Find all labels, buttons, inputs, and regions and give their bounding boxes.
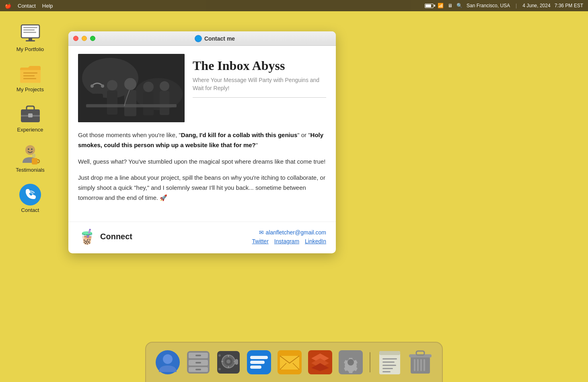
twitter-link[interactable]: Twitter [252, 238, 269, 244]
svg-rect-11 [28, 113, 33, 117]
svg-rect-41 [195, 355, 201, 356]
svg-rect-50 [221, 361, 223, 362]
svg-rect-49 [228, 366, 229, 368]
svg-point-53 [218, 354, 221, 357]
svg-rect-74 [420, 359, 422, 371]
portfolio-icon [18, 23, 42, 45]
svg-rect-8 [23, 78, 36, 79]
svg-rect-6 [23, 72, 37, 74]
sidebar-item-projects[interactable]: My Projects [8, 60, 52, 96]
search-icon[interactable]: 🔍 [456, 3, 463, 8]
sidebar-label-portfolio: My Portfolio [16, 46, 44, 52]
svg-rect-4 [29, 38, 32, 40]
window-content: The Inbox Abyss Where Your Message Will … [68, 46, 336, 218]
svg-point-47 [226, 359, 230, 364]
svg-point-14 [31, 148, 33, 150]
footer-email[interactable]: ✉ alanfletcher@gmail.com [259, 229, 326, 236]
footer-connect: 🧋 Connect [78, 228, 132, 245]
dock-icon-chat[interactable] [245, 349, 273, 376]
header-title: The Inbox Abyss [193, 58, 326, 73]
menu-contact[interactable]: Contact [18, 3, 36, 9]
separator: | [516, 3, 517, 8]
svg-rect-72 [414, 359, 415, 371]
svg-rect-56 [250, 356, 268, 359]
svg-rect-1 [23, 27, 37, 28]
instagram-link[interactable]: Instagram [274, 238, 299, 244]
svg-rect-77 [416, 351, 424, 355]
apple-menu[interactable]: 🍎 [5, 3, 11, 9]
sidebar-item-portfolio[interactable]: My Portfolio [8, 19, 52, 55]
globe-icon: 🌐 [195, 35, 202, 42]
dock-separator [370, 352, 370, 372]
dock-icon-trash[interactable] [407, 349, 434, 376]
date: 4 June, 2024 [522, 3, 550, 8]
desktop: My Portfolio My Projects [0, 11, 588, 382]
svg-rect-33 [78, 54, 185, 122]
svg-rect-43 [195, 369, 201, 370]
window-title-text: Contact me [204, 35, 235, 42]
dock-icon-notes[interactable] [376, 349, 403, 376]
svg-rect-65 [379, 351, 400, 355]
sidebar-item-contact[interactable]: Contact [8, 180, 52, 216]
sidebar: My Portfolio My Projects [0, 11, 60, 216]
svg-point-12 [25, 145, 35, 155]
svg-point-16 [19, 184, 41, 205]
connect-label: Connect [100, 232, 132, 241]
header-subtitle: Where Your Message Will Party with Pengu… [193, 76, 326, 92]
wifi-icon: 📶 [438, 3, 444, 8]
window-maximize-button[interactable] [90, 36, 95, 41]
svg-rect-52 [235, 359, 238, 365]
menubar: 🍎 Contact Help 📶 🖥 🔍 San Francisco, USA … [0, 0, 588, 11]
window-title: 🌐 Contact me [99, 35, 331, 42]
dock-icon-vault[interactable] [215, 349, 243, 376]
contact-window: 🌐 Contact me [68, 31, 336, 253]
svg-rect-3 [23, 32, 36, 33]
svg-rect-73 [417, 359, 419, 371]
email-icon: ✉ [259, 229, 264, 236]
sidebar-item-testimonials[interactable]: Testimonials [8, 140, 52, 176]
window-footer: 🧋 Connect ✉ alanfletcher@gmail.com Twitt… [68, 222, 336, 253]
svg-rect-0 [21, 25, 39, 38]
window-close-button[interactable] [73, 36, 78, 41]
sidebar-label-experience: Experience [17, 127, 43, 133]
sidebar-label-contact: Contact [21, 207, 39, 213]
content-header: The Inbox Abyss Where Your Message Will … [78, 54, 326, 122]
svg-rect-58 [250, 366, 261, 369]
header-divider [193, 97, 326, 98]
svg-point-13 [28, 148, 29, 150]
svg-rect-67 [382, 361, 395, 363]
dock-icon-mail[interactable] [276, 349, 303, 376]
svg-rect-57 [250, 361, 265, 364]
body-paragraph1: Got those moments when you're like, "Dan… [78, 130, 326, 150]
linkedin-link[interactable]: LinkedIn [305, 238, 326, 244]
sidebar-item-experience[interactable]: Experience [8, 100, 52, 136]
svg-rect-48 [228, 355, 229, 357]
svg-rect-75 [424, 359, 425, 371]
coffee-icon: 🧋 [78, 228, 96, 245]
header-text: The Inbox Abyss Where Your Message Will … [193, 54, 326, 98]
menu-help[interactable]: Help [42, 3, 53, 9]
svg-rect-15 [32, 158, 37, 164]
window-minimize-button[interactable] [82, 36, 87, 41]
svg-point-36 [163, 354, 173, 364]
svg-rect-7 [23, 75, 35, 76]
menubar-right: 📶 🖥 🔍 San Francisco, USA | 4 June, 2024 … [425, 3, 583, 8]
svg-point-54 [218, 368, 221, 370]
body-paragraph2: Well, guess what? You've stumbled upon t… [78, 157, 326, 167]
svg-point-63 [347, 359, 354, 366]
email-address: alanfletcher@gmail.com [266, 229, 326, 236]
dock-icon-person[interactable] [154, 349, 181, 376]
window-titlebar: 🌐 Contact me [68, 31, 336, 46]
sidebar-label-projects: My Projects [16, 86, 44, 92]
svg-rect-69 [382, 368, 393, 369]
svg-rect-70 [382, 371, 391, 372]
svg-rect-42 [195, 362, 201, 364]
dock-icon-layers[interactable] [306, 349, 334, 376]
dock-icon-gear[interactable] [337, 349, 364, 376]
testimonials-icon [18, 143, 42, 165]
svg-rect-68 [382, 365, 396, 366]
dock-icon-files[interactable] [185, 349, 212, 376]
folder-icon [18, 63, 42, 85]
svg-rect-5 [26, 40, 35, 41]
location: San Francisco, USA [467, 3, 510, 8]
